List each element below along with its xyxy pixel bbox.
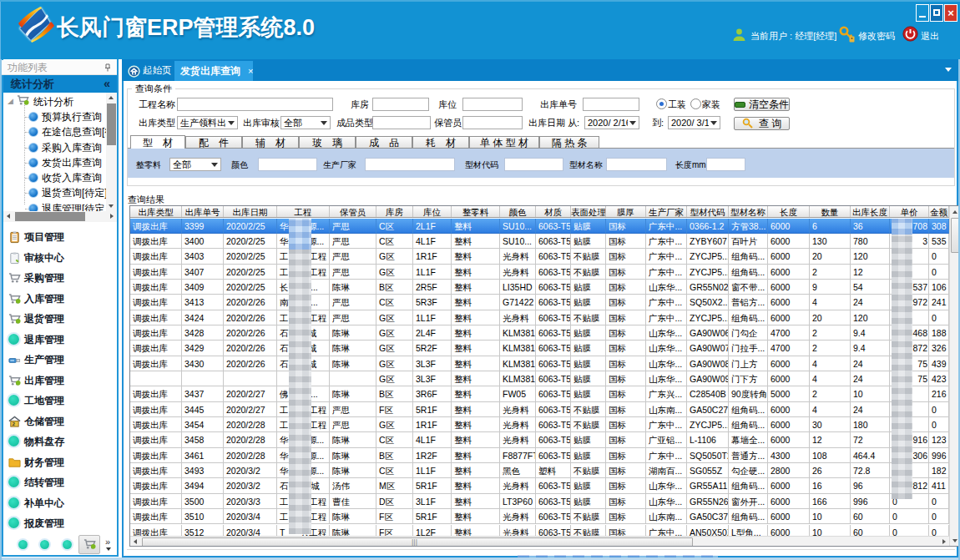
svg-text:2: 2 [13,421,15,426]
